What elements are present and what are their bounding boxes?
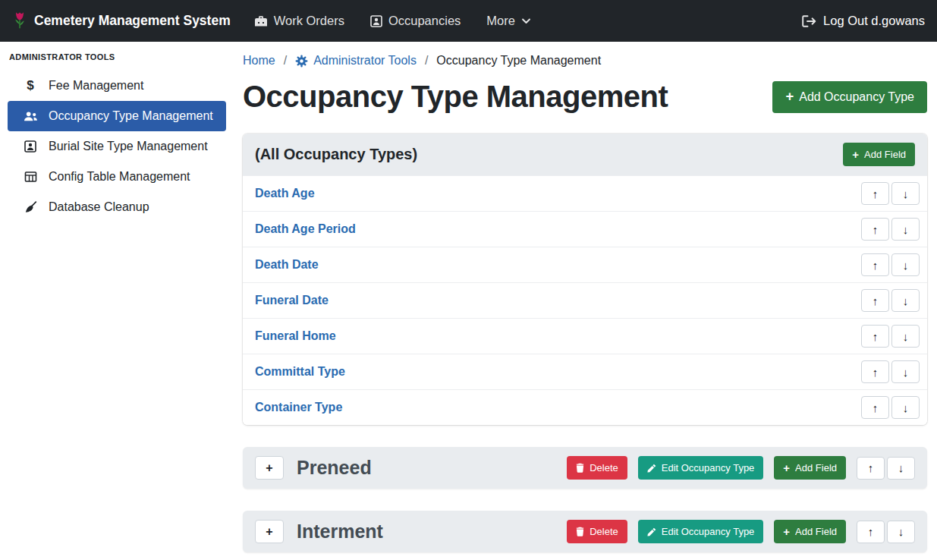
nav-occupancies[interactable]: Occupancies bbox=[357, 14, 473, 28]
broom-icon bbox=[23, 201, 38, 213]
burial-site-icon bbox=[23, 140, 38, 153]
arrow-down-icon: ↓ bbox=[903, 366, 909, 379]
delete-button[interactable]: Delete bbox=[567, 520, 627, 543]
reorder-controls: ↑ ↓ bbox=[861, 182, 920, 205]
arrow-down-icon: ↓ bbox=[903, 187, 909, 200]
edit-occupancy-type-label: Edit Occupancy Type bbox=[662, 463, 755, 473]
move-up-button[interactable]: ↑ bbox=[857, 521, 885, 543]
occupancy-type-title: Interment bbox=[297, 521, 383, 543]
move-up-button[interactable]: ↑ bbox=[861, 253, 889, 276]
arrow-down-icon: ↓ bbox=[903, 223, 909, 236]
arrow-down-icon: ↓ bbox=[903, 259, 909, 272]
arrow-down-icon: ↓ bbox=[903, 294, 909, 307]
app-brand[interactable]: Cemetery Management System bbox=[12, 11, 231, 32]
breadcrumb-home-label: Home bbox=[243, 54, 275, 68]
move-up-button[interactable]: ↑ bbox=[861, 396, 889, 419]
delete-button[interactable]: Delete bbox=[567, 456, 627, 480]
field-link-committal-type[interactable]: Committal Type bbox=[255, 365, 345, 379]
all-occupancy-types-header: (All Occupancy Types) + Add Field bbox=[243, 134, 927, 175]
arrow-up-icon: ↑ bbox=[873, 330, 879, 343]
sidebar-item-label: Occupancy Type Management bbox=[49, 109, 213, 123]
field-row: Death Date ↑ ↓ bbox=[243, 247, 927, 282]
field-link-death-age-period[interactable]: Death Age Period bbox=[255, 222, 356, 236]
sidebar-item-occupancy-type-management[interactable]: Occupancy Type Management bbox=[8, 101, 226, 131]
edit-occupancy-type-button[interactable]: Edit Occupancy Type bbox=[638, 520, 764, 543]
add-occupancy-type-button[interactable]: + Add Occupancy Type bbox=[772, 81, 927, 113]
arrow-down-icon: ↓ bbox=[903, 330, 909, 343]
breadcrumb-administrator-tools[interactable]: Administrator Tools bbox=[295, 54, 417, 68]
move-down-button[interactable]: ↓ bbox=[891, 289, 920, 312]
add-field-button[interactable]: + Add Field bbox=[774, 456, 846, 480]
move-down-button[interactable]: ↓ bbox=[891, 396, 920, 419]
sidebar-item-fee-management[interactable]: $ Fee Management bbox=[0, 71, 234, 101]
move-down-button[interactable]: ↓ bbox=[891, 218, 920, 241]
add-field-button[interactable]: + Add Field bbox=[774, 520, 846, 543]
nav-more[interactable]: More bbox=[473, 14, 544, 28]
delete-label: Delete bbox=[590, 463, 618, 473]
logout-icon bbox=[802, 15, 816, 27]
sidebar-heading: Administrator Tools bbox=[0, 49, 234, 71]
logout-link[interactable]: Log Out d.gowans bbox=[802, 14, 925, 28]
reorder-controls: ↑ ↓ bbox=[861, 218, 920, 241]
move-up-button[interactable]: ↑ bbox=[861, 289, 889, 312]
add-field-label: Add Field bbox=[795, 527, 837, 536]
sidebar-item-config-table-management[interactable]: Config Table Management bbox=[0, 162, 234, 192]
table-icon bbox=[23, 171, 38, 183]
trash-icon bbox=[576, 527, 584, 536]
move-down-button[interactable]: ↓ bbox=[891, 325, 920, 348]
move-down-button[interactable]: ↓ bbox=[891, 253, 920, 276]
occupancy-type-title: Preneed bbox=[297, 457, 372, 479]
move-up-button[interactable]: ↑ bbox=[861, 218, 889, 241]
users-icon bbox=[23, 111, 38, 122]
sidebar-item-label: Config Table Management bbox=[49, 170, 190, 184]
field-link-funeral-home[interactable]: Funeral Home bbox=[255, 329, 336, 343]
sidebar-item-database-cleanup[interactable]: Database Cleanup bbox=[0, 192, 234, 222]
expand-button[interactable]: + bbox=[255, 520, 284, 543]
reorder-controls: ↑ ↓ bbox=[861, 396, 920, 419]
field-row: Death Age Period ↑ ↓ bbox=[243, 211, 927, 247]
field-link-death-date[interactable]: Death Date bbox=[255, 258, 319, 272]
move-down-button[interactable]: ↓ bbox=[887, 457, 915, 480]
move-down-button[interactable]: ↓ bbox=[887, 521, 915, 543]
sidebar: Administrator Tools $ Fee Management Occ… bbox=[0, 42, 234, 560]
add-field-label: Add Field bbox=[795, 463, 837, 473]
move-up-button[interactable]: ↑ bbox=[857, 457, 885, 480]
arrow-up-icon: ↑ bbox=[873, 366, 879, 379]
logout-label: Log Out d.gowans bbox=[823, 14, 925, 28]
arrow-up-icon: ↑ bbox=[868, 461, 874, 474]
field-row: Funeral Date ↑ ↓ bbox=[243, 282, 927, 318]
sidebar-item-burial-site-type-management[interactable]: Burial Site Type Management bbox=[0, 131, 234, 162]
occupancy-type-section-preneed: + Preneed Delete Edit Occupancy Type + bbox=[243, 447, 927, 489]
move-up-button[interactable]: ↑ bbox=[861, 360, 889, 383]
nav-work-orders[interactable]: Work Orders bbox=[241, 14, 357, 28]
add-field-button[interactable]: + Add Field bbox=[843, 143, 915, 166]
main-content: Home / Administrat bbox=[234, 42, 937, 560]
plus-icon: + bbox=[852, 150, 859, 159]
arrow-up-icon: ↑ bbox=[873, 187, 879, 200]
trash-icon bbox=[576, 463, 584, 473]
move-up-button[interactable]: ↑ bbox=[861, 182, 889, 205]
edit-occupancy-type-button[interactable]: Edit Occupancy Type bbox=[638, 456, 764, 480]
top-navbar: Cemetery Management System Work Orders O… bbox=[0, 0, 937, 42]
edit-occupancy-type-label: Edit Occupancy Type bbox=[662, 527, 755, 536]
move-up-button[interactable]: ↑ bbox=[861, 325, 889, 348]
reorder-controls: ↑ ↓ bbox=[861, 289, 920, 312]
arrow-down-icon: ↓ bbox=[898, 525, 904, 538]
expand-button[interactable]: + bbox=[255, 456, 284, 480]
pencil-icon bbox=[647, 527, 656, 536]
breadcrumb-current: Occupancy Type Management bbox=[436, 54, 601, 68]
delete-label: Delete bbox=[590, 527, 618, 536]
main-nav: Work Orders Occupancies More bbox=[241, 14, 544, 28]
gear-icon bbox=[295, 55, 308, 68]
page-title: Occupancy Type Management bbox=[243, 80, 668, 114]
arrow-up-icon: ↑ bbox=[873, 401, 879, 414]
move-down-button[interactable]: ↓ bbox=[891, 360, 920, 383]
nav-occupancies-label: Occupancies bbox=[388, 14, 461, 28]
breadcrumb-home[interactable]: Home bbox=[243, 54, 275, 68]
field-link-death-age[interactable]: Death Age bbox=[255, 187, 315, 200]
breadcrumb-separator: / bbox=[284, 54, 287, 68]
field-link-container-type[interactable]: Container Type bbox=[255, 401, 342, 414]
move-down-button[interactable]: ↓ bbox=[891, 182, 920, 205]
field-link-funeral-date[interactable]: Funeral Date bbox=[255, 294, 329, 307]
reorder-controls: ↑ ↓ bbox=[857, 457, 915, 480]
